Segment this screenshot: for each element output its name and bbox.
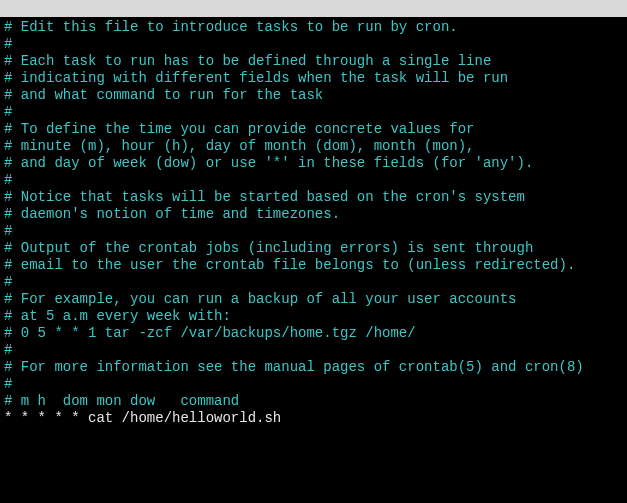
comment-text: email to the user the crontab file belon… (12, 257, 575, 273)
titlebar: GNU nano 4.8 (0, 0, 627, 17)
comment-text: daemon's notion of time and timezones. (12, 206, 340, 222)
comment-text: Output of the crontab jobs (including er… (12, 240, 533, 256)
editor-line[interactable]: # Notice that tasks will be started base… (4, 189, 623, 206)
comment-text: To define the time you can provide concr… (12, 121, 474, 137)
editor-line[interactable]: # email to the user the crontab file bel… (4, 257, 623, 274)
comment-text: 0 5 * * 1 tar -zcf /var/backups/home.tgz… (12, 325, 415, 341)
editor-line[interactable]: # Output of the crontab jobs (including … (4, 240, 623, 257)
editor-line[interactable]: # (4, 223, 623, 240)
editor-line[interactable]: # m h dom mon dow command (4, 393, 623, 410)
comment-text: and what command to run for the task (12, 87, 323, 103)
editor-line[interactable]: # 0 5 * * 1 tar -zcf /var/backups/home.t… (4, 325, 623, 342)
editor-line[interactable]: # (4, 36, 623, 53)
editor-line[interactable]: # (4, 342, 623, 359)
comment-text: Edit this file to introduce tasks to be … (12, 19, 457, 35)
editor-line[interactable]: # at 5 a.m every week with: (4, 308, 623, 325)
comment-text: at 5 a.m every week with: (12, 308, 230, 324)
cron-entry: * * * * * cat /home/helloworld.sh (4, 410, 281, 426)
comment-hash: # (4, 172, 12, 188)
editor-line[interactable]: # minute (m), hour (h), day of month (do… (4, 138, 623, 155)
editor-area[interactable]: # Edit this file to introduce tasks to b… (0, 17, 627, 427)
editor-line[interactable]: # daemon's notion of time and timezones. (4, 206, 623, 223)
editor-line[interactable]: * * * * * cat /home/helloworld.sh (4, 410, 623, 427)
comment-text: For more information see the manual page… (12, 359, 583, 375)
comment-text: m h dom mon dow command (12, 393, 239, 409)
comment-hash: # (4, 342, 12, 358)
comment-text: and day of week (dow) or use '*' in thes… (12, 155, 533, 171)
editor-line[interactable]: # (4, 274, 623, 291)
editor-line[interactable]: # (4, 172, 623, 189)
comment-text: Each task to run has to be defined throu… (12, 53, 491, 69)
comment-text: indicating with different fields when th… (12, 70, 508, 86)
editor-line[interactable]: # For example, you can run a backup of a… (4, 291, 623, 308)
editor-line[interactable]: # Edit this file to introduce tasks to b… (4, 19, 623, 36)
comment-hash: # (4, 376, 12, 392)
comment-hash: # (4, 104, 12, 120)
editor-line[interactable]: # To define the time you can provide con… (4, 121, 623, 138)
editor-line[interactable]: # Each task to run has to be defined thr… (4, 53, 623, 70)
editor-line[interactable]: # (4, 376, 623, 393)
editor-line[interactable]: # and what command to run for the task (4, 87, 623, 104)
comment-text: Notice that tasks will be started based … (12, 189, 524, 205)
comment-hash: # (4, 223, 12, 239)
comment-hash: # (4, 36, 12, 52)
editor-line[interactable]: # indicating with different fields when … (4, 70, 623, 87)
editor-line[interactable]: # and day of week (dow) or use '*' in th… (4, 155, 623, 172)
editor-line[interactable]: # (4, 104, 623, 121)
comment-hash: # (4, 274, 12, 290)
editor-line[interactable]: # For more information see the manual pa… (4, 359, 623, 376)
comment-text: For example, you can run a backup of all… (12, 291, 516, 307)
comment-text: minute (m), hour (h), day of month (dom)… (12, 138, 474, 154)
